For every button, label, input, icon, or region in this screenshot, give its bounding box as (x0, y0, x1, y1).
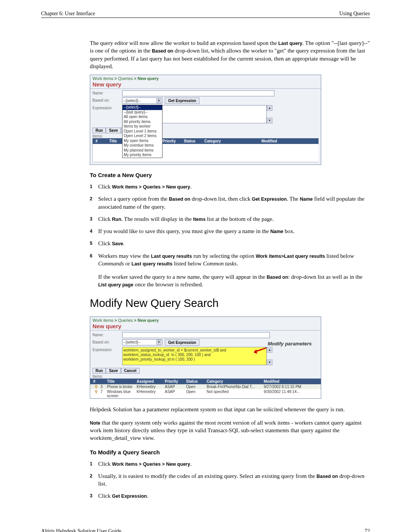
create-sub-note: If the worker saved the query to a new n… (98, 273, 370, 289)
scrollbar[interactable]: ▲▼ (267, 347, 272, 365)
dropdown-option[interactable]: Open Level 1 items (123, 129, 162, 134)
panel-title: New query (90, 323, 321, 331)
dropdown-option[interactable]: My open items (123, 139, 162, 144)
save-button[interactable]: Save (106, 368, 121, 374)
label-name: Name: (92, 90, 122, 95)
basedon-dropdown-list[interactable]: --[select]-- --[last query]-- All open i… (122, 105, 162, 158)
footer-title: Altiris Helpdesk Solution User Guide (41, 528, 121, 532)
dropdown-option[interactable]: My priority items (123, 153, 162, 158)
cancel-button[interactable]: Cancel (121, 368, 140, 374)
chevron-down-icon: ▼ (156, 98, 161, 103)
dropdown-option[interactable]: My planned items (123, 148, 162, 153)
expression-textarea[interactable]: workitem_assigned_to_worker_id = $curren… (122, 347, 267, 365)
label-name: Name: (92, 332, 122, 337)
pin-icon: ⚲ (93, 390, 99, 394)
name-input[interactable] (122, 90, 274, 96)
callout-modify-parameters: Modify parameters (268, 341, 312, 347)
dropdown-option[interactable]: Items by worker (123, 124, 162, 129)
arrow-icon (252, 347, 267, 354)
breadcrumb: Work items > Queries > New query (90, 317, 321, 323)
heading-modify-search: Modify New Query Search (90, 297, 370, 310)
para-parameter-replacement: Helpdesk Solution has a parameter replac… (90, 406, 370, 413)
dropdown-option[interactable]: --[last query]-- (123, 110, 162, 115)
dropdown-option[interactable]: My overdue items (123, 143, 162, 148)
grid-body: ⚲3 Phone is broke KHennebry ASAP Open Br… (90, 384, 321, 398)
label-expression: Expression: (92, 105, 122, 110)
footer-page-number: 72 (365, 528, 370, 532)
label-items: Items: (90, 374, 321, 379)
basedon-select[interactable]: --[select]-- ▼ (122, 97, 162, 104)
get-expression-button[interactable]: Get Expression (165, 339, 199, 346)
scrollbar[interactable]: ▲▼ (267, 105, 272, 123)
dropdown-option[interactable]: All open items (123, 115, 162, 120)
heading-create-query: To Create a New Query (90, 172, 370, 178)
breadcrumb: Work items > Queries > New query (90, 75, 321, 81)
pin-icon: ⚲ (93, 385, 99, 389)
label-basedon: Based on: (92, 97, 122, 102)
table-row[interactable]: ⚲7 Windows blue screen KHennebry ASAP Op… (90, 389, 321, 398)
panel-title: New query (90, 81, 321, 89)
header-chapter: Chapter 6: User Interface (41, 11, 95, 17)
dropdown-option[interactable]: --[select]-- (123, 105, 162, 110)
run-button[interactable]: Run (92, 128, 106, 133)
basedon-select[interactable]: --[select]-- ▼ (122, 339, 162, 345)
grid-header: # Title Assigned Priority Status Categor… (90, 379, 321, 384)
dropdown-option[interactable]: Open Level 2 items (123, 134, 162, 139)
screenshot-modify-parameters: Work items > Queries > New query New que… (90, 316, 321, 399)
intro-paragraph: The query editor will now allow the work… (90, 39, 370, 70)
dropdown-option[interactable]: All priority items (123, 120, 162, 125)
save-button[interactable]: Save (106, 128, 121, 133)
heading-modify-query: To Modify a Query Search (90, 449, 370, 455)
label-expression: Expression: (92, 347, 122, 352)
chevron-down-icon: ▼ (156, 340, 161, 345)
header-section: Using Queries (339, 11, 370, 17)
para-note: Note that the query system only works ag… (90, 419, 370, 442)
table-row[interactable]: ⚲3 Phone is broke KHennebry ASAP Open Br… (90, 384, 321, 389)
run-button[interactable]: Run (92, 368, 106, 374)
name-input[interactable] (122, 332, 270, 338)
label-basedon: Based on: (92, 339, 122, 344)
get-expression-button[interactable]: Get Expression (165, 97, 199, 104)
screenshot-new-query-dropdown: Work items > Queries > New query New que… (90, 75, 321, 165)
